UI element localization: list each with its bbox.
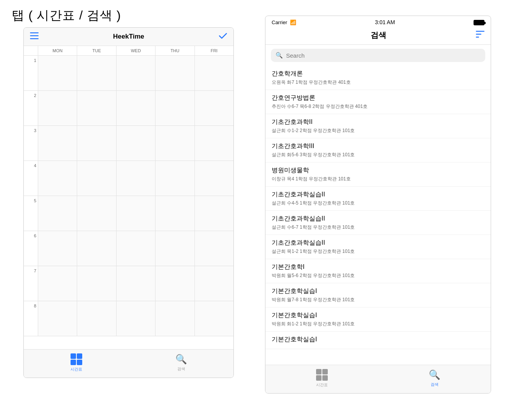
- course-name-10: 기본간호학실습I: [272, 311, 484, 320]
- row-num-2: 2: [24, 91, 38, 125]
- cell-6-fri: [194, 231, 233, 266]
- cell-1-tue: [77, 56, 116, 90]
- checkmark-icon[interactable]: [219, 32, 227, 42]
- cell-8-tue: [77, 301, 116, 336]
- timetable-tab-label-right: 시간표: [316, 382, 328, 388]
- tab-timetable-right[interactable]: 시간표: [316, 369, 328, 388]
- row-num-header: [24, 46, 38, 55]
- grid-cell-4: [77, 360, 82, 365]
- course-detail-7: 설근희 목1-2 1학점 우정간호학관 101호: [272, 248, 484, 255]
- course-item-6[interactable]: 기초간호과학실습II 설근희 수6-7 1학점 우정간호학관 101호: [265, 211, 491, 235]
- course-detail-8: 박원희 월5-6 2학점 우정간호학관 101호: [272, 272, 484, 279]
- tab-timetable[interactable]: 시간표: [71, 353, 82, 372]
- cell-4-mon: [38, 161, 77, 196]
- timetable-tab-label: 시간표: [71, 367, 82, 372]
- cell-2-fri: [194, 91, 233, 125]
- row-num-4: 4: [24, 161, 38, 196]
- course-list: 간호학개론 오원옥 화7 1학점 우정간호학관 401호 간호연구방법론 추진아…: [265, 66, 491, 365]
- grid-cell-r2: [322, 369, 328, 374]
- grid-cell-r1: [316, 369, 322, 374]
- tab-search-left[interactable]: 🔍 검색: [175, 354, 187, 372]
- course-name-5: 기초간호과학실습II: [272, 191, 484, 199]
- course-item-10[interactable]: 기본간호학실습I 박원희 화1-2 1학점 우정간호학관 101호: [265, 307, 491, 332]
- course-name-1: 간호연구방법론: [272, 94, 484, 102]
- cell-1-thu: [155, 56, 194, 90]
- timetable-row: 3: [24, 126, 233, 161]
- search-input-box[interactable]: 🔍: [271, 49, 485, 62]
- grid-cell-3: [71, 360, 76, 365]
- cell-2-mon: [38, 91, 77, 125]
- timetable-grid-icon: [71, 353, 82, 365]
- svg-rect-0: [30, 32, 39, 34]
- right-phone: Carrier 📶 3:01 AM 검색 🔍 간호학: [265, 16, 491, 394]
- course-name-11: 기본간호학실습I: [272, 335, 484, 344]
- search-tab-active-icon: 🔍: [429, 369, 440, 380]
- tab-search-right[interactable]: 🔍 검색: [429, 369, 440, 387]
- carrier-text: Carrier: [272, 19, 287, 25]
- course-item-8[interactable]: 기본간호학I 박원희 월5-6 2학점 우정간호학관 101호: [265, 259, 491, 283]
- timetable-row: 7: [24, 266, 233, 301]
- row-num-8: 8: [24, 301, 38, 336]
- cell-1-mon: [38, 56, 77, 90]
- app-title: HeekTime: [113, 33, 144, 41]
- timetable-row: 4: [24, 161, 233, 196]
- svg-rect-3: [476, 31, 484, 32]
- search-tab-label-right: 검색: [431, 382, 438, 387]
- menu-icon[interactable]: [30, 32, 39, 42]
- cell-7-tue: [77, 266, 116, 301]
- course-item-4[interactable]: 병원미생물학 이창규 목4 1학점 우정간호학관 101호: [265, 162, 491, 187]
- cell-5-tue: [77, 196, 116, 231]
- cell-8-thu: [155, 301, 194, 336]
- course-item-5[interactable]: 기초간호과학실습II 설근희 수4-5 1학점 우정간호학관 101호: [265, 187, 491, 211]
- tab-bar-left: 시간표 🔍 검색: [24, 349, 233, 378]
- course-name-8: 기본간호학I: [272, 263, 484, 271]
- svg-rect-5: [476, 37, 479, 38]
- course-name-0: 간호학개론: [272, 70, 484, 78]
- search-tab-icon: 🔍: [175, 354, 187, 365]
- cell-1-wed: [116, 56, 155, 90]
- course-detail-0: 오원옥 화7 1학점 우정간호학관 401호: [272, 79, 484, 86]
- day-thu: THU: [155, 46, 194, 55]
- wifi-icon: 📶: [290, 19, 296, 25]
- search-input[interactable]: [286, 52, 481, 59]
- course-name-2: 기초간호과학II: [272, 118, 484, 126]
- grid-cell-2: [77, 353, 82, 359]
- course-item-1[interactable]: 간호연구방법론 추진아 수6-7 목6-8 2학점 우정간호학관 401호: [265, 90, 491, 114]
- cell-2-wed: [116, 91, 155, 125]
- search-screen-header: 검색: [265, 27, 491, 45]
- timetable-header: MON TUE WED THU FRI: [24, 46, 233, 56]
- cell-5-mon: [38, 196, 77, 231]
- course-name-6: 기초간호과학실습II: [272, 215, 484, 223]
- timetable-row: 2: [24, 91, 233, 126]
- svg-rect-1: [30, 35, 39, 37]
- course-item-0[interactable]: 간호학개론 오원옥 화7 1학점 우정간호학관 401호: [265, 66, 491, 90]
- row-num-7: 7: [24, 266, 38, 301]
- course-detail-10: 박원희 화1-2 1학점 우정간호학관 101호: [272, 321, 484, 327]
- course-item-2[interactable]: 기초간호과학II 설근희 수1-2 2학점 우정간호학관 101호: [265, 114, 491, 138]
- cell-4-tue: [77, 161, 116, 196]
- page-title: 탭 ( 시간표 / 검색 ): [12, 7, 121, 24]
- filter-icon[interactable]: [476, 31, 484, 40]
- course-item-11[interactable]: 기본간호학실습I: [265, 332, 491, 349]
- row-num-6: 6: [24, 231, 38, 266]
- cell-3-thu: [155, 126, 194, 161]
- cell-2-tue: [77, 91, 116, 125]
- course-detail-2: 설근희 수1-2 2학점 우정간호학관 101호: [272, 127, 484, 134]
- timetable-row: 5: [24, 196, 233, 231]
- search-magnifier-icon: 🔍: [276, 52, 283, 59]
- course-item-7[interactable]: 기초간호과학실습II 설근희 목1-2 1학점 우정간호학관 101호: [265, 235, 491, 259]
- svg-rect-2: [30, 38, 39, 39]
- grid-cell-1: [71, 353, 76, 359]
- course-item-9[interactable]: 기본간호학실습I 박원희 월7-8 1학점 우정간호학관 101호: [265, 283, 491, 307]
- left-phone-header: HeekTime: [24, 28, 233, 46]
- search-input-wrapper: 🔍: [265, 45, 491, 66]
- course-item-3[interactable]: 기초간호과학III 설근희 화5-6 3학점 우정간호학관 101호: [265, 138, 491, 162]
- course-name-4: 병원미생물학: [272, 166, 484, 175]
- cell-7-thu: [155, 266, 194, 301]
- cell-6-thu: [155, 231, 194, 266]
- course-detail-5: 설근희 수4-5 1학점 우정간호학관 101호: [272, 200, 484, 207]
- row-num-5: 5: [24, 196, 38, 231]
- search-tab-label: 검색: [177, 366, 185, 372]
- svg-rect-4: [476, 34, 481, 35]
- cell-5-fri: [194, 196, 233, 231]
